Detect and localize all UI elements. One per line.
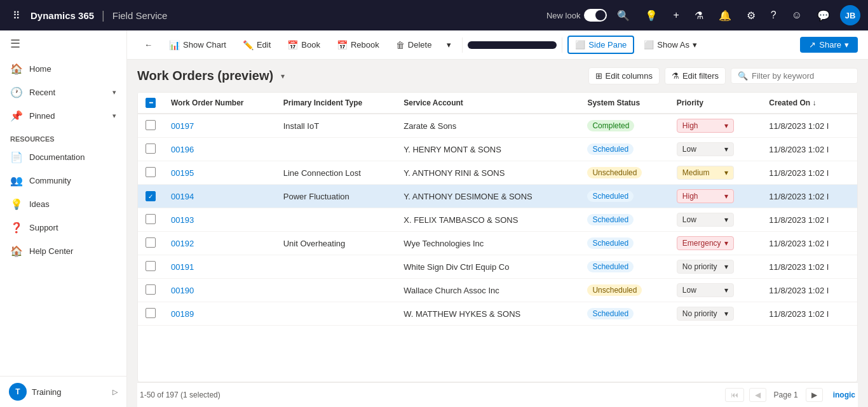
- app-grid-icon[interactable]: ⠿: [8, 7, 25, 24]
- row-checkbox-cell[interactable]: [138, 232, 163, 255]
- priority-dropdown[interactable]: Medium ▾: [677, 166, 734, 180]
- row-checkbox[interactable]: [146, 167, 156, 177]
- notifications-icon[interactable]: 🔔: [714, 7, 736, 24]
- delete-button[interactable]: 🗑 Delete: [389, 36, 439, 54]
- priority-dropdown[interactable]: Low ▾: [677, 283, 734, 297]
- book-label: Book: [301, 40, 320, 50]
- priority-dropdown[interactable]: Emergency ▾: [677, 236, 734, 250]
- work-order-link[interactable]: 00193: [171, 215, 194, 225]
- row-checkbox[interactable]: ✓: [146, 191, 156, 201]
- work-orders-table-wrap: ━ Work Order Number Primary Incident Typ…: [137, 92, 858, 382]
- work-orders-table: ━ Work Order Number Primary Incident Typ…: [138, 93, 857, 326]
- book-button[interactable]: 📅 Book: [280, 36, 327, 54]
- row-checkbox[interactable]: [146, 261, 156, 271]
- prev-page-button[interactable]: ◀: [749, 388, 766, 402]
- row-checkbox[interactable]: [146, 143, 156, 154]
- row-checkbox-cell[interactable]: [138, 279, 163, 302]
- row-checkbox[interactable]: [146, 308, 156, 318]
- row-checkbox[interactable]: [146, 284, 156, 295]
- sidebar-item-helpcenter[interactable]: 🏠 Help Center: [0, 239, 126, 263]
- priority-chevron-icon: ▾: [724, 309, 728, 318]
- col-header-priority[interactable]: Priority: [669, 93, 762, 114]
- toolbar: ← 📊 Show Chart ✏️ Edit 📅 Book 📅 Rebook 🗑…: [127, 30, 868, 60]
- settings-icon[interactable]: ⚙: [742, 7, 761, 24]
- priority-dropdown[interactable]: High ▾: [677, 119, 734, 133]
- toolbar-separator-2: [562, 37, 562, 53]
- priority-dropdown[interactable]: No priority ▾: [677, 307, 734, 321]
- show-chart-button[interactable]: 📊 Show Chart: [162, 36, 233, 54]
- row-system-status: Scheduled: [580, 208, 668, 232]
- work-order-link[interactable]: 00190: [171, 286, 194, 295]
- table-row: 00196Y. HENRY MONT & SONSScheduledLow ▾1…: [138, 138, 857, 161]
- row-checkbox[interactable]: [146, 214, 156, 224]
- sidebar-item-community[interactable]: 👥 Community: [0, 169, 126, 192]
- sidebar-item-ideas[interactable]: 💡 Ideas: [0, 192, 126, 216]
- row-checkbox-cell[interactable]: ✓: [138, 185, 163, 208]
- priority-dropdown[interactable]: No priority ▾: [677, 260, 734, 274]
- col-header-service-account[interactable]: Service Account: [396, 93, 580, 114]
- row-checkbox[interactable]: [146, 120, 156, 130]
- work-order-link[interactable]: 00196: [171, 145, 194, 154]
- new-look-toggle[interactable]: [584, 9, 607, 22]
- work-order-link[interactable]: 00197: [171, 121, 194, 131]
- share-icon: ↗: [809, 40, 816, 50]
- edit-filters-button[interactable]: ⚗ Edit filters: [665, 67, 726, 84]
- row-checkbox-cell[interactable]: [138, 161, 163, 185]
- table-row: 00189W. MATTHEW HYKES & SONSScheduledNo …: [138, 302, 857, 326]
- status-badge: Completed: [587, 120, 634, 131]
- row-checkbox-cell[interactable]: [138, 114, 163, 138]
- feedback-icon[interactable]: ☺: [787, 7, 807, 23]
- row-checkbox-cell[interactable]: [138, 138, 163, 161]
- more-button[interactable]: ▾: [441, 36, 457, 53]
- work-order-link[interactable]: 00191: [171, 262, 194, 272]
- edit-columns-button[interactable]: ⊞ Edit columns: [588, 67, 660, 84]
- col-header-primary-incident-type[interactable]: Primary Incident Type: [276, 93, 397, 114]
- sidebar-toggle[interactable]: ☰: [0, 30, 126, 57]
- row-checkbox-cell[interactable]: [138, 255, 163, 279]
- priority-dropdown[interactable]: Low ▾: [677, 142, 734, 156]
- back-button[interactable]: ←: [137, 36, 159, 53]
- user-avatar[interactable]: JB: [840, 5, 860, 25]
- chat-icon[interactable]: 💬: [812, 7, 835, 24]
- work-order-link[interactable]: 00194: [171, 192, 194, 201]
- row-service-account: Y. ANTHONY DESIMONE & SONS: [396, 185, 580, 208]
- col-header-system-status[interactable]: System Status: [580, 93, 668, 114]
- sidebar-item-pinned[interactable]: 📌 Pinned ▾: [0, 104, 126, 128]
- select-all-checkbox[interactable]: ━: [146, 98, 156, 108]
- col-header-created-on[interactable]: Created On ↓: [761, 93, 857, 114]
- work-order-link[interactable]: 00189: [171, 309, 194, 319]
- show-as-button[interactable]: ⬜ Show As ▾: [637, 36, 704, 53]
- row-checkbox[interactable]: [146, 237, 156, 248]
- next-page-button[interactable]: ▶: [806, 388, 823, 402]
- search-icon[interactable]: 🔍: [612, 7, 635, 24]
- add-icon[interactable]: +: [668, 7, 684, 23]
- row-checkbox-cell[interactable]: [138, 302, 163, 326]
- sidebar-item-documentation[interactable]: 📄 Documentation: [0, 145, 126, 169]
- priority-dropdown[interactable]: Low ▾: [677, 213, 734, 227]
- priority-dropdown[interactable]: High ▾: [677, 189, 734, 203]
- work-order-link[interactable]: 00192: [171, 239, 194, 248]
- row-service-account: W. MATTHEW HYKES & SONS: [396, 302, 580, 326]
- side-pane-button[interactable]: ⬜ Side Pane: [567, 36, 634, 54]
- first-page-button[interactable]: ⏮: [725, 388, 744, 402]
- row-checkbox-cell[interactable]: [138, 208, 163, 232]
- black-action-button[interactable]: [468, 41, 557, 49]
- sidebar-item-recent[interactable]: 🕐 Recent ▾: [0, 81, 126, 104]
- col-header-check[interactable]: ━: [138, 93, 163, 114]
- lightbulb-icon[interactable]: 💡: [640, 7, 663, 24]
- share-button[interactable]: ↗ Share ▾: [800, 37, 858, 53]
- priority-chevron-icon: ▾: [724, 121, 728, 130]
- edit-button[interactable]: ✏️ Edit: [236, 36, 278, 54]
- sidebar-item-support[interactable]: ❓ Support: [0, 216, 126, 239]
- filter-search-icon: 🔍: [738, 71, 748, 81]
- advanced-find-icon[interactable]: ⚗: [689, 7, 709, 24]
- new-look-label: New look: [546, 11, 580, 20]
- help-icon[interactable]: ?: [766, 7, 782, 23]
- grid-title-chevron-icon[interactable]: ▾: [281, 72, 285, 81]
- filter-input[interactable]: [752, 71, 847, 81]
- sidebar-user[interactable]: T Training ▷: [0, 377, 126, 407]
- work-order-link[interactable]: 00195: [171, 168, 194, 178]
- sidebar-item-home[interactable]: 🏠 Home: [0, 57, 126, 81]
- rebook-button[interactable]: 📅 Rebook: [330, 36, 386, 54]
- col-header-work-order-number[interactable]: Work Order Number: [163, 93, 276, 114]
